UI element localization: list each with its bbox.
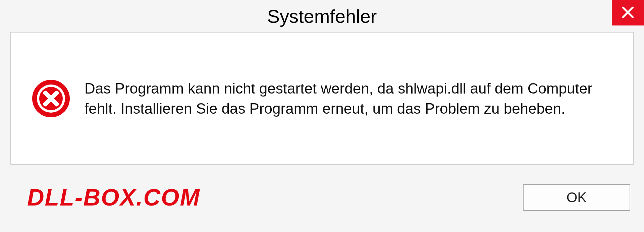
error-message: Das Programm kann nicht gestartet werden… [85,78,613,118]
close-button[interactable] [612,0,644,25]
titlebar: Systemfehler [0,0,644,32]
dialog-title: Systemfehler [267,5,377,27]
error-icon [31,78,71,119]
ok-button[interactable]: OK [523,184,630,211]
close-icon [621,6,635,20]
ok-button-label: OK [567,189,587,206]
footer: DLL-BOX.COM OK [0,165,644,230]
message-panel: Das Programm kann nicht gestartet werden… [10,32,634,165]
watermark-text: DLL-BOX.COM [27,184,200,211]
